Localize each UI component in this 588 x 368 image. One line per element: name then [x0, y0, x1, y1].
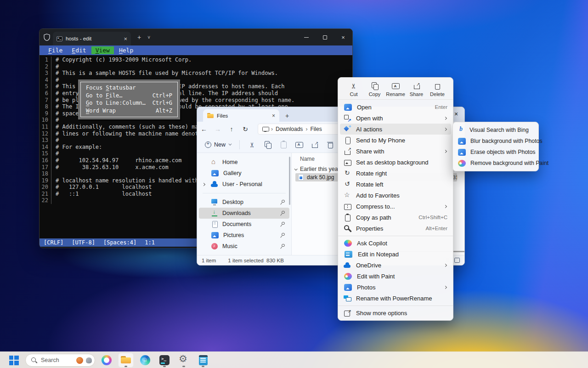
music-icon [211, 243, 218, 250]
view-menu-option[interactable]: Word Wrap Alt+Z [81, 107, 177, 115]
tray-icon[interactable] [563, 357, 570, 364]
editor-status-segment[interactable]: [CRLF] [44, 239, 63, 246]
tray-icon[interactable] [576, 357, 583, 364]
context-menu-item[interactable]: Open Enter [338, 102, 453, 113]
quick-action-button[interactable]: Delete [428, 82, 447, 97]
tray-icon[interactable] [523, 357, 530, 364]
editor-menu-item[interactable]: Edit [68, 46, 90, 54]
context-menu-item[interactable]: Rename with PowerRename [338, 293, 453, 304]
thumbnail-view-icon[interactable] [453, 257, 461, 264]
context-menu-item[interactable]: Properties Alt+Enter [338, 223, 453, 234]
context-menu-item[interactable]: Set as desktop background [338, 157, 453, 168]
context-menu-item[interactable]: Photos [338, 282, 453, 293]
submenu-item[interactable]: Remove background with Paint [453, 158, 538, 169]
notepad-icon [345, 251, 352, 258]
sidebar-item[interactable]: Downloads [199, 208, 289, 219]
sidebar-scrollbar[interactable] [289, 157, 290, 205]
context-menu-item[interactable]: Send to My Phone [338, 135, 453, 146]
refresh-button[interactable]: ↻ [238, 125, 252, 133]
rename-button[interactable] [291, 138, 307, 151]
image-file-icon [298, 174, 304, 181]
breadcrumb-item[interactable]: Downloads [271, 126, 303, 132]
quick-action-button[interactable]: Copy [366, 82, 384, 97]
submenu-item[interactable]: Blur background with Photos [453, 136, 538, 147]
start-button[interactable] [9, 356, 19, 365]
explorer-tab[interactable]: Files × [203, 109, 279, 122]
delete-button[interactable] [322, 138, 338, 151]
tray-icon[interactable] [509, 357, 517, 364]
minimize-button[interactable] [297, 29, 316, 45]
close-button[interactable]: × [334, 29, 352, 45]
terminal-tab-icon [57, 36, 62, 41]
editor-menu-item[interactable]: View [91, 46, 114, 54]
share-button[interactable] [307, 138, 322, 151]
maximize-button[interactable] [316, 29, 334, 45]
tray-icon[interactable] [549, 357, 557, 364]
quick-action-button[interactable]: Cut [345, 82, 363, 97]
sidebar-item[interactable]: Desktop [199, 197, 289, 208]
tab-close-icon[interactable]: × [124, 36, 127, 42]
paste-button[interactable] [276, 138, 291, 151]
taskbar-search[interactable]: Search [25, 354, 95, 367]
tab-dropdown-icon[interactable]: ˅ [147, 35, 150, 40]
sidebar-item[interactable]: Music [199, 241, 289, 252]
system-tray [509, 352, 583, 368]
quick-action-button[interactable]: Rename [386, 82, 405, 97]
taskbar-app[interactable] [118, 353, 134, 368]
context-menu-item[interactable]: Open with [338, 113, 453, 124]
context-menu-item[interactable]: Compress to... [338, 201, 453, 212]
group-header[interactable]: Earlier this year [294, 166, 340, 172]
copy-button[interactable] [260, 138, 276, 151]
new-button[interactable]: New [201, 140, 235, 150]
context-menu-item[interactable]: Copy as path Ctrl+Shift+C [338, 212, 453, 223]
taskbar-app[interactable] [195, 353, 211, 368]
editor-tab[interactable]: hosts - edit × [53, 32, 131, 45]
context-menu-item[interactable]: Add to Favorites [338, 190, 453, 201]
sidebar-item[interactable]: Home [199, 157, 289, 168]
editor-status-segment[interactable]: 1:1 [145, 239, 155, 246]
tab-close-icon[interactable]: × [272, 113, 275, 119]
new-tab-button[interactable]: + [137, 34, 141, 41]
taskbar-app[interactable] [157, 353, 172, 368]
context-menu-item[interactable]: Ask Copilot [338, 236, 453, 249]
cut-button[interactable] [244, 138, 260, 151]
downloads-icon [211, 209, 218, 217]
context-menu-item[interactable]: Show more options [338, 306, 453, 318]
context-menu-item[interactable]: Rotate right [338, 168, 453, 179]
editor-status-segment[interactable]: [Spaces:4] [103, 239, 136, 246]
taskbar-app[interactable] [99, 353, 114, 368]
view-menu-option[interactable]: Focus Statusbar [81, 84, 177, 92]
search-icon [31, 357, 37, 363]
view-menu-option[interactable]: Go to File… Ctrl+P [81, 92, 177, 100]
context-menu-item[interactable]: Share with [338, 146, 453, 157]
forward-button[interactable]: → [211, 125, 225, 133]
this-pc-icon[interactable] [262, 127, 268, 132]
sidebar-item[interactable]: Documents [199, 219, 289, 230]
context-menu-item[interactable]: AI actions [340, 124, 451, 135]
name-column-header[interactable]: Name [300, 156, 315, 162]
context-menu-item[interactable]: OneDrive [338, 260, 453, 271]
breadcrumb-item[interactable]: Files [305, 126, 322, 132]
home-icon [211, 159, 218, 166]
submenu-item[interactable]: Erase objects with Photos [453, 147, 538, 158]
editor-menu-item[interactable]: Help [115, 46, 137, 54]
taskbar-app[interactable] [137, 353, 153, 368]
context-menu-item[interactable]: Edit in Notepad [338, 249, 453, 260]
tray-icon[interactable] [536, 357, 543, 364]
back-button[interactable]: ← [197, 125, 211, 133]
taskbar-app[interactable] [176, 353, 192, 368]
context-menu-item[interactable]: Edit with Paint [338, 271, 453, 282]
view-menu-option[interactable]: Go to Line:Column… Ctrl+G [81, 99, 177, 107]
editor-menu-item[interactable]: File [44, 46, 67, 54]
up-button[interactable]: ↑ [225, 125, 238, 133]
sidebar-item[interactable]: Gallery [199, 168, 289, 179]
new-tab-button[interactable]: + [285, 112, 289, 119]
context-menu-item[interactable]: Rotate left [338, 179, 453, 190]
sidebar-item[interactable]: User - Personal [199, 179, 289, 190]
taskbar: Search [0, 351, 588, 368]
sidebar-item[interactable]: Pictures [199, 230, 289, 241]
quick-action-button[interactable]: Share [407, 82, 426, 97]
editor-status-segment[interactable]: [UTF-8] [72, 239, 95, 246]
showmore-icon [344, 309, 351, 317]
submenu-item[interactable]: Visual Search with Bing [453, 125, 538, 136]
